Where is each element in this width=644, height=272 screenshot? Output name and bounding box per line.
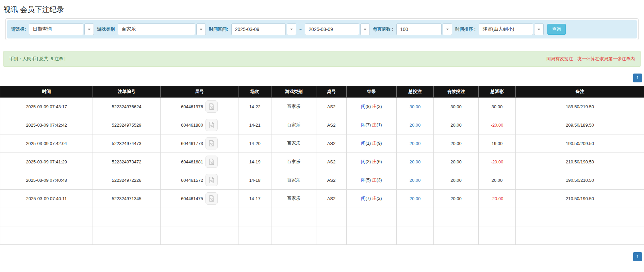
cell-session: 14-19 — [238, 153, 271, 171]
cell-result: 闲(5) 庄(3) — [347, 171, 397, 189]
select-type-value[interactable]: 日期查询 — [29, 23, 83, 35]
result-player-score: (7) — [365, 122, 372, 127]
cell-game-type: 百家乐 — [271, 134, 316, 153]
game-type-label: 游戏类别 — [97, 26, 115, 32]
time-sort-value[interactable]: 降幂(由大到小) — [479, 23, 533, 35]
result-player-score: (2) — [365, 159, 372, 164]
cell-valid-bet: 30.00 — [434, 97, 479, 116]
chevron-down-icon[interactable] — [287, 23, 296, 35]
round-wrap: 604461572 — [161, 174, 238, 186]
date-to-dropdown[interactable]: 2025-03-09 — [305, 23, 370, 35]
total-bet-link[interactable]: 20.00 — [410, 159, 421, 164]
cell-total-bet: 20.00 — [397, 189, 434, 208]
select-type-label: 请选择: — [11, 26, 26, 32]
summary-total-bet: 130.00 — [397, 226, 434, 244]
total-bet-link[interactable]: 20.00 — [410, 123, 421, 128]
table-row: 2025-03-09 07:42:04522324974473604461773… — [0, 134, 644, 153]
table-row: 2025-03-09 07:40:48522324972226604461572… — [0, 171, 644, 189]
column-header: 结果 — [347, 86, 397, 97]
result-banker: 庄 — [372, 141, 377, 146]
page-button[interactable]: 1 — [633, 74, 642, 82]
game-type-value[interactable]: 百家乐 — [118, 23, 195, 35]
total-bet-link[interactable]: 20.00 — [410, 178, 421, 183]
cell-total-bet: 20.00 — [397, 171, 434, 189]
cell-bet-id: 522324972226 — [93, 171, 161, 189]
chevron-down-icon[interactable] — [360, 23, 370, 35]
cell-valid-bet: 20.00 — [434, 116, 479, 134]
total-bet-link[interactable]: 20.00 — [410, 141, 421, 146]
summary-valid-bet: 130.00 — [434, 208, 479, 226]
game-type-dropdown[interactable]: 百家乐 — [118, 23, 206, 35]
result-player-score: (1) — [365, 141, 372, 146]
result-banker: 庄 — [372, 196, 377, 201]
cell-result: 闲(7) 庄(1) — [347, 116, 397, 134]
cell-valid-bet: 20.00 — [434, 171, 479, 189]
chevron-down-icon[interactable] — [534, 23, 544, 35]
round-wrap: 604461681 — [161, 156, 238, 168]
summary-valid-bet: 130.00 — [434, 226, 479, 244]
date-from-value[interactable]: 2025-03-09 — [231, 23, 286, 35]
cell-time: 2025-03-09 07:40:48 — [0, 171, 93, 189]
page-button[interactable]: 1 — [633, 252, 642, 261]
round-wrap: 604461880 — [161, 119, 238, 131]
cell-valid-bet: 20.00 — [434, 153, 479, 171]
cell-remark: 189.50/219.50 — [516, 97, 644, 116]
result-player: 闲 — [361, 159, 365, 164]
filter-bar: 请选择: 日期查询 游戏类别 百家乐 时间区间: 2025-03-09 ~ 20… — [7, 20, 637, 38]
cell-bet-id: 522324976624 — [93, 97, 161, 116]
video-replay-icon[interactable] — [205, 100, 218, 113]
video-replay-icon[interactable] — [205, 192, 218, 205]
cell-session: 14-22 — [238, 97, 271, 116]
date-from-dropdown[interactable]: 2025-03-09 — [231, 23, 296, 35]
cell-session — [238, 208, 271, 226]
cell-round: 604461880 — [161, 116, 238, 134]
video-replay-icon[interactable] — [205, 137, 218, 149]
column-header: 有效投注 — [434, 86, 479, 97]
column-header: 注单编号 — [93, 86, 161, 97]
query-button[interactable]: 查询 — [547, 24, 566, 35]
page-size-dropdown[interactable]: 100 — [396, 23, 452, 35]
chevron-down-icon[interactable] — [196, 23, 206, 35]
result-player: 闲 — [361, 196, 365, 201]
cell-table-no: AS2 — [316, 134, 347, 153]
chevron-down-icon[interactable] — [443, 23, 452, 35]
cell-remark: 190.50/209.50 — [516, 134, 644, 153]
video-replay-icon[interactable] — [205, 156, 218, 168]
column-header: 总派彩 — [479, 86, 516, 97]
video-replay-icon[interactable] — [205, 119, 218, 131]
cell-result: 闲(1) 庄(9) — [347, 134, 397, 153]
range-separator: ~ — [299, 27, 302, 32]
cell-session: 14-20 — [238, 134, 271, 153]
cell-result — [347, 208, 397, 226]
total-bet-link[interactable]: 20.00 — [410, 196, 421, 201]
select-type-dropdown[interactable]: 日期查询 — [29, 23, 94, 35]
time-sort-dropdown[interactable]: 降幂(由大到小) — [479, 23, 544, 35]
round-id: 604461773 — [181, 141, 203, 146]
chevron-down-icon[interactable] — [84, 23, 94, 35]
column-header: 场次 — [238, 86, 271, 97]
cell-time: 2025-03-09 07:43:17 — [0, 97, 93, 116]
chevron-down-icon — [290, 29, 293, 30]
cell-result: 闲(7) 庄(2) — [347, 189, 397, 208]
cell-table-no: AS2 — [316, 116, 347, 134]
bet-records-table: 时间注单编号局号场次游戏类别桌号结果总投注有效投注总派彩备注 2025-03-0… — [0, 86, 644, 245]
cell-game-type: 百家乐 — [271, 171, 316, 189]
total-bet-link[interactable]: 30.00 — [410, 104, 421, 109]
date-to-value[interactable]: 2025-03-09 — [305, 23, 359, 35]
cell-round: 604461475 — [161, 189, 238, 208]
cell-session: 14-17 — [238, 189, 271, 208]
page-size-value[interactable]: 100 — [396, 23, 442, 35]
table-header-row: 时间注单编号局号场次游戏类别桌号结果总投注有效投注总派彩备注 — [0, 86, 644, 97]
cell-bet-id: 522324971345 — [93, 189, 161, 208]
video-replay-icon[interactable] — [205, 174, 218, 186]
cell-remark: 210.50/190.50 — [516, 153, 644, 171]
cell-table-no: AS2 — [316, 171, 347, 189]
cell-payout: -20.00 — [479, 116, 516, 134]
cell-game-type: 百家乐 — [271, 189, 316, 208]
cell-table-no — [316, 226, 347, 244]
column-header: 游戏类别 — [271, 86, 316, 97]
result-player-score: (8) — [365, 104, 372, 109]
round-id: 604461880 — [181, 123, 203, 128]
pagination-top: 1 — [0, 74, 642, 82]
result-player: 闲 — [361, 104, 365, 109]
